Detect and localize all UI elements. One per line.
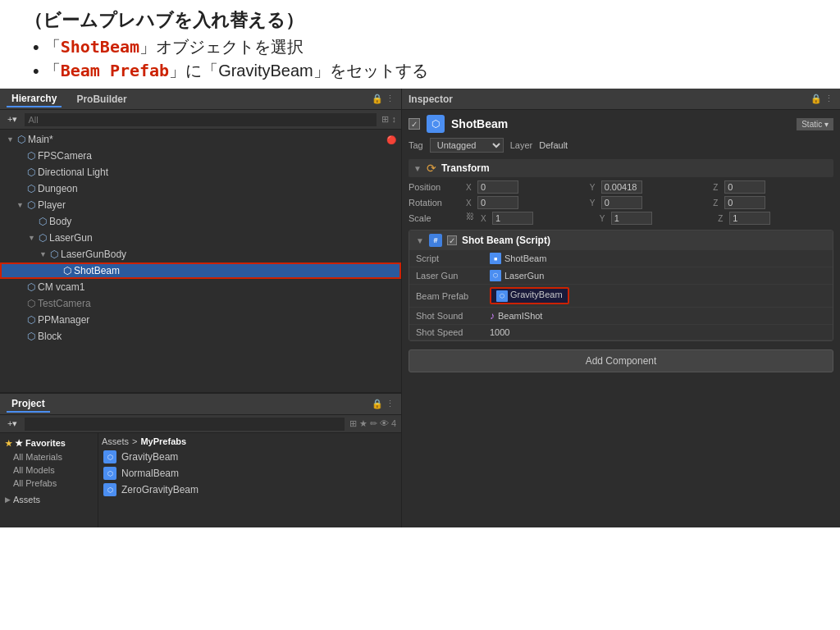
hierarchy-item-testcamera[interactable]: ⬡ TestCamera xyxy=(0,295,401,312)
project-all-prefabs[interactable]: All Prefabs xyxy=(0,477,98,490)
position-y-label: Y xyxy=(590,183,600,192)
icon-main: ⬡ xyxy=(17,134,25,145)
go-static-button[interactable]: Static ▾ xyxy=(797,118,833,130)
hierarchy-panel: Hierarchy ProBuilder 🔒 ⋮ +▾ ⊞ ↕ ▼ ⬡ Main… xyxy=(0,89,401,392)
hierarchy-item-lasergun[interactable]: ▼ ⬡ LaserGun xyxy=(0,230,401,246)
field-label-beamprefab: Beam Prefab xyxy=(416,291,490,301)
rotation-label: Rotation xyxy=(409,198,466,208)
icon-lasergunbody: ⬡ xyxy=(50,249,58,260)
hierarchy-item-lasergunbody[interactable]: ▼ ⬡ LaserGunBody xyxy=(0,246,401,262)
field-label-shotsound: Shot Sound xyxy=(416,311,490,321)
hierarchy-toolbar: +▾ ⊞ ↕ xyxy=(0,110,401,130)
project-breadcrumb: Assets > MyPrefabs xyxy=(102,436,398,446)
script-icon: # xyxy=(429,234,442,247)
position-y-input[interactable] xyxy=(601,180,642,194)
project-add-button[interactable]: +▾ xyxy=(5,418,20,430)
scale-z-input[interactable] xyxy=(729,212,770,225)
icon-body: ⬡ xyxy=(39,216,47,227)
bullet-1: 「ShotBeam」オブジェクトを選択 xyxy=(33,36,815,58)
annotation-area: （ビームプレハブを入れ替える） 「ShotBeam」オブジェクトを選択 「Bea… xyxy=(0,0,840,89)
project-lock-icon: 🔒 ⋮ xyxy=(372,399,395,409)
hierarchy-item-ppmanager[interactable]: ⬡ PPManager xyxy=(0,312,401,328)
arrow-lasergun: ▼ xyxy=(28,234,36,242)
rotation-x-input[interactable] xyxy=(477,196,518,209)
hierarchy-header: Hierarchy ProBuilder 🔒 ⋮ xyxy=(0,89,401,110)
scale-fields: ⛓ X Y Z xyxy=(466,212,833,225)
icon-testcamera: ⬡ xyxy=(27,298,35,309)
go-active-checkbox[interactable]: ✓ xyxy=(409,118,420,130)
project-toolbar: +▾ ⊞ ★ ✏ 👁 4 xyxy=(0,415,401,433)
field-value-script: ■ ShotBeam xyxy=(490,253,826,264)
script-ref-icon: ■ xyxy=(490,253,501,264)
field-value-lasergun: ⬡ LaserGun xyxy=(490,270,826,281)
transform-section-header[interactable]: ▼ ⟳ Transform xyxy=(409,159,833,177)
hierarchy-item-shotbeam[interactable]: ⬡ ShotBeam xyxy=(0,262,401,279)
transform-rotation-row: Rotation X Y Z xyxy=(409,196,833,209)
project-search[interactable] xyxy=(25,418,344,431)
go-name[interactable]: ShotBeam xyxy=(451,117,790,130)
rotation-y-label: Y xyxy=(590,199,600,208)
position-x-group: X xyxy=(466,180,587,194)
position-x-label: X xyxy=(466,183,476,192)
scale-y-input[interactable] xyxy=(611,212,652,225)
tag-dropdown[interactable]: Untagged xyxy=(430,138,504,153)
rotation-z-input[interactable] xyxy=(724,196,765,209)
hierarchy-item-dungeon[interactable]: ⬡ Dungeon xyxy=(0,180,401,197)
annotation-title: （ビームプレハブを入れ替える） xyxy=(25,8,815,33)
project-item-gravitybeam[interactable]: ⬡ GravityBeam xyxy=(102,450,398,464)
tab-hierarchy[interactable]: Hierarchy xyxy=(7,91,62,107)
hierarchy-item-fpscamera[interactable]: ⬡ FPSCamera xyxy=(0,148,401,164)
project-sidebar: ★ ★ Favorites All Materials All Models A… xyxy=(0,433,98,527)
hierarchy-item-directionallight[interactable]: ⬡ Directional Light xyxy=(0,164,401,180)
beamprefab-value-highlight[interactable]: ⬡GravityBeam xyxy=(490,287,569,304)
add-component-button[interactable]: Add Component xyxy=(409,349,833,372)
transform-scale-row: Scale ⛓ X Y Z xyxy=(409,212,833,225)
field-label-lasergun: Laser Gun xyxy=(416,271,490,281)
script-section-title: Shot Beam (Script) xyxy=(462,235,550,246)
inspector-header: Inspector 🔒 ⋮ xyxy=(402,89,840,110)
gameobject-header: ✓ ⬡ ShotBeam Static ▾ xyxy=(409,115,833,133)
beamprefab-ref-icon: ⬡ xyxy=(496,290,508,302)
scale-y-label: Y xyxy=(600,214,609,223)
layer-value[interactable]: Default xyxy=(539,140,568,150)
hierarchy-item-player[interactable]: ▼ ⬡ Player xyxy=(0,197,401,213)
hierarchy-add-button[interactable]: +▾ xyxy=(5,113,20,126)
position-y-group: Y xyxy=(590,180,710,194)
tag-layer-row: Tag Untagged Layer Default xyxy=(409,138,833,153)
tab-project[interactable]: Project xyxy=(7,396,50,413)
field-label-shotspeed: Shot Speed xyxy=(416,327,490,337)
hierarchy-item-block[interactable]: ⬡ Block xyxy=(0,328,401,345)
script-section: ▼ # ✓ Shot Beam (Script) Script ■ ShotBe… xyxy=(409,230,833,341)
script-section-header[interactable]: ▼ # ✓ Shot Beam (Script) xyxy=(409,231,833,250)
icon-shotbeam: ⬡ xyxy=(63,265,71,276)
project-content: ★ ★ Favorites All Materials All Models A… xyxy=(0,433,401,527)
hierarchy-item-cmvcam[interactable]: ⬡ CM vcam1 xyxy=(0,279,401,295)
icon-ppmanager: ⬡ xyxy=(27,314,35,326)
scale-x-input[interactable] xyxy=(492,212,533,225)
position-x-input[interactable] xyxy=(477,180,518,194)
prefab-icon-gravitybeam: ⬡ xyxy=(103,450,116,463)
lock-icon: 🔒 ⋮ xyxy=(372,94,395,104)
prefab-icon-normalbeam: ⬡ xyxy=(103,467,116,480)
hierarchy-search[interactable] xyxy=(25,113,377,126)
tag-label: Tag xyxy=(409,140,423,150)
project-item-zerogravitybeam[interactable]: ⬡ ZeroGravityBeam xyxy=(102,482,398,497)
rotation-y-input[interactable] xyxy=(601,196,642,209)
tab-probuilder[interactable]: ProBuilder xyxy=(71,92,131,107)
bullet-2: 「Beam Prefab」に「GravityBeam」をセットする xyxy=(33,60,815,82)
project-all-models[interactable]: All Models xyxy=(0,463,98,477)
project-main: Assets > MyPrefabs ⬡ GravityBeam ⬡ Norma… xyxy=(98,433,401,527)
right-panel: Inspector 🔒 ⋮ ✓ ⬡ ShotBeam Static ▾ Tag … xyxy=(402,89,840,527)
project-item-normalbeam[interactable]: ⬡ NormalBeam xyxy=(102,466,398,481)
project-assets[interactable]: ▶ Assets xyxy=(0,493,98,506)
arrow-lasergunbody: ▼ xyxy=(39,250,48,258)
scale-link-icon: ⛓ xyxy=(466,212,474,225)
inspector-title: Inspector xyxy=(409,94,453,105)
position-z-input[interactable] xyxy=(724,180,765,194)
script-active-checkbox[interactable]: ✓ xyxy=(447,235,457,245)
hierarchy-item-body[interactable]: ⬡ Body xyxy=(0,213,401,230)
project-all-materials[interactable]: All Materials xyxy=(0,450,98,463)
scale-z-label: Z xyxy=(718,214,728,223)
project-favorites[interactable]: ★ ★ Favorites xyxy=(0,436,98,450)
hierarchy-item-main[interactable]: ▼ ⬡ Main* 🔴 xyxy=(0,131,401,148)
